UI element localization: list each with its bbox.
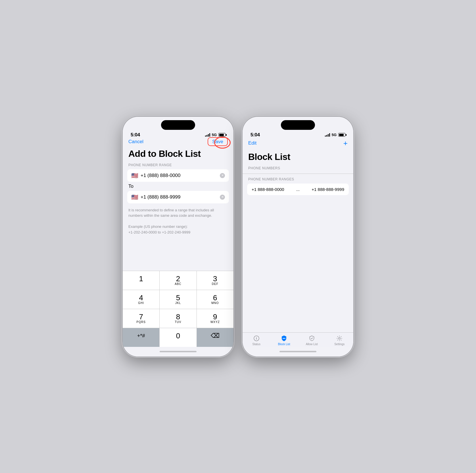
svg-text:i: i: [256, 336, 257, 340]
tab-block-list[interactable]: Block List: [270, 335, 298, 346]
status-tab-icon: i: [253, 335, 260, 342]
input-row-1: 🇺🇸 ✕ ◀: [127, 169, 229, 182]
tab-block-list-label: Block List: [278, 343, 290, 346]
input-group: 🇺🇸 ✕ ◀: [127, 169, 229, 182]
clear-button-1[interactable]: ✕: [220, 173, 225, 178]
numpad-grid: 1 2 ABC 3 DEF 4 GHI: [123, 271, 233, 347]
nav-bar-right: Edit +: [243, 138, 353, 150]
dynamic-island: [161, 120, 195, 130]
add-button[interactable]: +: [343, 139, 348, 148]
battery-icon-right: [338, 133, 345, 137]
numpad-area: 1 2 ABC 3 DEF 4 GHI: [123, 271, 233, 347]
5g-icon: 5G: [212, 133, 217, 137]
divider-1: [243, 174, 353, 174]
save-button[interactable]: Save: [208, 137, 228, 146]
key-1[interactable]: 1: [123, 271, 159, 290]
key-9[interactable]: 9 WXYZ: [197, 309, 233, 328]
status-icons-right: 5G: [325, 133, 345, 137]
to-label: To: [123, 182, 233, 191]
range-start: +1 888-888-0000: [252, 187, 284, 192]
flag-2: 🇺🇸: [131, 194, 138, 201]
block-list-tab-icon: [281, 335, 287, 342]
left-screen-content: Add to Block List PHONE NUMBER RANGE 🇺🇸 …: [123, 147, 233, 347]
range-row[interactable]: +1 888-888-0000 ... +1 888-888-9999: [247, 184, 349, 195]
tab-allow-list-label: Allow List: [306, 343, 318, 346]
phone-input-2[interactable]: [141, 194, 220, 200]
tab-settings[interactable]: Settings: [326, 335, 354, 346]
page-title-right: Block List: [243, 150, 353, 166]
right-screen-content: Block List PHONE NUMBERS PHONE NUMBER RA…: [243, 150, 353, 347]
section-ranges: PHONE NUMBER RANGES: [243, 177, 353, 184]
key-symbols[interactable]: +*#: [123, 328, 159, 347]
home-indicator-left: [123, 347, 233, 357]
key-6[interactable]: 6 MNO: [197, 290, 233, 309]
allow-list-tab-icon: [308, 335, 315, 342]
cancel-button[interactable]: Cancel: [128, 139, 143, 145]
signal-icon: [205, 133, 210, 137]
status-time-right: 5:04: [250, 132, 260, 138]
key-5[interactable]: 5 JKL: [160, 290, 196, 309]
edit-button[interactable]: Edit: [248, 140, 256, 146]
battery-icon: [218, 133, 226, 137]
status-bar-left: 5:04 5G: [123, 130, 233, 138]
page-title-left: Add to Block List: [123, 147, 233, 163]
phone-input-1[interactable]: [141, 173, 220, 178]
right-phone: 5:04 5G Edit + Block List PHONE NUMBERS …: [243, 117, 353, 357]
settings-tab-icon: [336, 335, 343, 342]
svg-point-3: [339, 337, 340, 339]
key-7[interactable]: 7 PQRS: [123, 309, 159, 328]
input-row-2: 🇺🇸 ✕ ◀: [127, 191, 229, 203]
dynamic-island-right: [281, 120, 315, 130]
flag-1: 🇺🇸: [131, 172, 138, 179]
key-backspace[interactable]: ⌫: [197, 328, 233, 347]
status-icons-left: 5G: [205, 133, 226, 137]
key-0[interactable]: 0: [160, 328, 196, 347]
nav-bar-left: Cancel Save: [123, 138, 233, 147]
tab-status-label: Status: [252, 343, 260, 346]
input-section: 🇺🇸 ✕ ◀ To 🇺🇸 ✕ ◀: [123, 169, 233, 203]
signal-icon-right: [325, 133, 330, 137]
backspace-icon: ⌫: [211, 332, 220, 339]
section-label-range: PHONE NUMBER RANGE: [123, 163, 233, 169]
helper-text: It is recommended to define a range that…: [123, 203, 233, 235]
range-end: +1 888-888-9999: [312, 187, 344, 192]
key-4[interactable]: 4 GHI: [123, 290, 159, 309]
home-bar: [160, 351, 197, 352]
status-time-left: 5:04: [131, 132, 140, 138]
spacer: [243, 195, 353, 332]
home-bar-right: [279, 351, 316, 352]
home-indicator-right: [243, 347, 353, 357]
save-wrapper: Save: [208, 139, 228, 145]
key-8[interactable]: 8 TUV: [160, 309, 196, 328]
range-dots: ...: [296, 187, 300, 192]
section-phone-numbers: PHONE NUMBERS: [243, 166, 353, 172]
5g-icon-right: 5G: [332, 133, 337, 137]
tab-allow-list[interactable]: Allow List: [298, 335, 326, 346]
clear-button-2[interactable]: ✕: [220, 195, 225, 200]
key-2[interactable]: 2 ABC: [160, 271, 196, 290]
tab-status[interactable]: i Status: [243, 335, 270, 346]
status-bar-right: 5:04 5G: [243, 130, 353, 138]
key-3[interactable]: 3 DEF: [197, 271, 233, 290]
tab-bar: i Status Block List: [243, 332, 353, 347]
left-phone: 5:04 5G Cancel Save Add to Block List PH…: [123, 117, 233, 357]
tab-settings-label: Settings: [334, 343, 345, 346]
input-group-2: 🇺🇸 ✕ ◀: [127, 191, 229, 203]
